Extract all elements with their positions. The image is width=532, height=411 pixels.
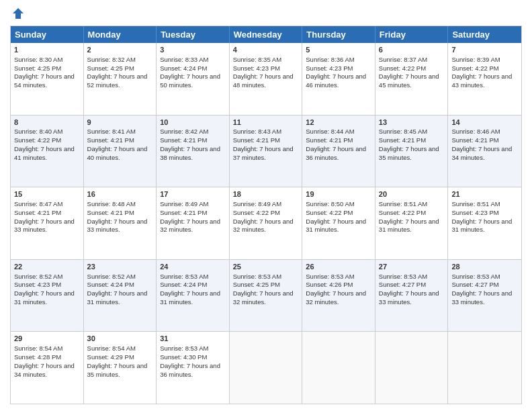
sunset-text: Sunset: 4:21 PM	[379, 136, 426, 144]
sunrise-text: Sunrise: 8:47 AM	[14, 200, 62, 208]
day-cell-14: 14 Sunrise: 8:46 AM Sunset: 4:21 PM Dayl…	[448, 116, 521, 187]
day-cell-2: 2 Sunrise: 8:32 AM Sunset: 4:25 PM Dayli…	[84, 43, 157, 115]
sunset-text: Sunset: 4:29 PM	[87, 353, 134, 361]
sunset-text: Sunset: 4:25 PM	[14, 64, 61, 72]
sunrise-text: Sunrise: 8:30 AM	[14, 56, 62, 63]
day-number: 27	[379, 262, 445, 272]
empty-cell	[448, 332, 521, 404]
sunrise-text: Sunrise: 8:52 AM	[87, 273, 136, 280]
header-cell-saturday: Saturday	[448, 26, 521, 43]
sunrise-text: Sunrise: 8:42 AM	[160, 128, 208, 135]
day-number: 12	[306, 118, 371, 128]
day-number: 22	[14, 262, 80, 272]
daylight-text: Daylight: 7 hours and 34 minutes.	[14, 362, 75, 378]
sunrise-text: Sunrise: 8:33 AM	[160, 56, 208, 63]
empty-cell	[302, 332, 375, 404]
sunrise-text: Sunrise: 8:51 AM	[379, 200, 427, 208]
empty-cell	[375, 332, 449, 404]
day-cell-26: 26 Sunrise: 8:53 AM Sunset: 4:26 PM Dayl…	[302, 260, 375, 332]
day-number: 2	[87, 45, 153, 55]
day-number: 21	[451, 189, 518, 199]
sunset-text: Sunset: 4:23 PM	[451, 209, 498, 216]
sunset-text: Sunset: 4:21 PM	[14, 209, 61, 216]
daylight-text: Daylight: 7 hours and 31 minutes.	[306, 218, 366, 234]
sunset-text: Sunset: 4:21 PM	[87, 209, 134, 216]
day-number: 10	[160, 118, 226, 128]
day-number: 16	[87, 189, 153, 199]
calendar: SundayMondayTuesdayWednesdayThursdayFrid…	[10, 26, 522, 404]
day-number: 13	[379, 118, 445, 128]
day-number: 17	[160, 189, 226, 199]
daylight-text: Daylight: 7 hours and 52 minutes.	[87, 73, 148, 89]
daylight-text: Daylight: 7 hours and 40 minutes.	[87, 145, 148, 161]
day-cell-13: 13 Sunrise: 8:45 AM Sunset: 4:21 PM Dayl…	[375, 116, 449, 187]
day-number: 9	[87, 118, 153, 128]
daylight-text: Daylight: 7 hours and 45 minutes.	[379, 73, 439, 89]
day-cell-19: 19 Sunrise: 8:50 AM Sunset: 4:22 PM Dayl…	[302, 187, 375, 259]
calendar-row-3: 22 Sunrise: 8:52 AM Sunset: 4:23 PM Dayl…	[11, 259, 521, 332]
page: SundayMondayTuesdayWednesdayThursdayFrid…	[0, 0, 532, 411]
header-cell-monday: Monday	[84, 26, 157, 43]
day-number: 20	[379, 189, 445, 199]
daylight-text: Daylight: 7 hours and 35 minutes.	[87, 362, 148, 378]
day-number: 11	[233, 118, 299, 128]
sunrise-text: Sunrise: 8:44 AM	[306, 128, 354, 135]
day-number: 1	[14, 45, 80, 55]
header	[10, 7, 522, 20]
daylight-text: Daylight: 7 hours and 37 minutes.	[233, 145, 294, 161]
day-cell-4: 4 Sunrise: 8:35 AM Sunset: 4:23 PM Dayli…	[230, 43, 303, 115]
daylight-text: Daylight: 7 hours and 32 minutes.	[233, 218, 294, 234]
svg-marker-0	[13, 8, 24, 19]
sunset-text: Sunset: 4:28 PM	[14, 353, 61, 361]
day-number: 7	[451, 45, 518, 55]
day-number: 19	[306, 189, 371, 199]
sunrise-text: Sunrise: 8:43 AM	[233, 128, 281, 135]
daylight-text: Daylight: 7 hours and 41 minutes.	[14, 145, 75, 161]
sunset-text: Sunset: 4:21 PM	[306, 136, 353, 144]
day-number: 14	[451, 118, 518, 128]
calendar-header: SundayMondayTuesdayWednesdayThursdayFrid…	[11, 26, 521, 43]
day-cell-28: 28 Sunrise: 8:53 AM Sunset: 4:27 PM Dayl…	[448, 260, 521, 332]
day-number: 24	[160, 262, 226, 272]
sunrise-text: Sunrise: 8:53 AM	[379, 273, 427, 280]
daylight-text: Daylight: 7 hours and 34 minutes.	[451, 145, 512, 161]
sunset-text: Sunset: 4:25 PM	[87, 64, 134, 72]
calendar-row-1: 8 Sunrise: 8:40 AM Sunset: 4:22 PM Dayli…	[11, 115, 521, 187]
header-cell-thursday: Thursday	[302, 26, 375, 43]
day-cell-7: 7 Sunrise: 8:39 AM Sunset: 4:22 PM Dayli…	[448, 43, 521, 115]
header-cell-friday: Friday	[375, 26, 449, 43]
day-number: 26	[306, 262, 371, 272]
sunset-text: Sunset: 4:22 PM	[14, 136, 61, 144]
day-number: 29	[14, 334, 80, 344]
day-cell-17: 17 Sunrise: 8:49 AM Sunset: 4:21 PM Dayl…	[157, 187, 230, 259]
day-number: 5	[306, 45, 371, 55]
sunrise-text: Sunrise: 8:53 AM	[160, 273, 208, 280]
sunrise-text: Sunrise: 8:45 AM	[379, 128, 427, 135]
header-cell-tuesday: Tuesday	[157, 26, 230, 43]
sunset-text: Sunset: 4:21 PM	[233, 136, 280, 144]
daylight-text: Daylight: 7 hours and 32 minutes.	[233, 289, 294, 306]
day-cell-22: 22 Sunrise: 8:52 AM Sunset: 4:23 PM Dayl…	[11, 260, 84, 332]
daylight-text: Daylight: 7 hours and 33 minutes.	[451, 289, 512, 306]
sunset-text: Sunset: 4:21 PM	[160, 136, 207, 144]
day-number: 25	[233, 262, 299, 272]
day-cell-10: 10 Sunrise: 8:42 AM Sunset: 4:21 PM Dayl…	[157, 116, 230, 187]
day-cell-18: 18 Sunrise: 8:49 AM Sunset: 4:22 PM Dayl…	[230, 187, 303, 259]
sunrise-text: Sunrise: 8:49 AM	[160, 200, 208, 208]
sunset-text: Sunset: 4:24 PM	[160, 64, 207, 72]
day-number: 18	[233, 189, 299, 199]
daylight-text: Daylight: 7 hours and 33 minutes.	[379, 289, 439, 306]
day-cell-24: 24 Sunrise: 8:53 AM Sunset: 4:24 PM Dayl…	[157, 260, 230, 332]
sunrise-text: Sunrise: 8:50 AM	[306, 200, 354, 208]
daylight-text: Daylight: 7 hours and 32 minutes.	[306, 289, 366, 306]
day-cell-3: 3 Sunrise: 8:33 AM Sunset: 4:24 PM Dayli…	[157, 43, 230, 115]
daylight-text: Daylight: 7 hours and 36 minutes.	[306, 145, 366, 161]
day-cell-1: 1 Sunrise: 8:30 AM Sunset: 4:25 PM Dayli…	[11, 43, 84, 115]
day-cell-25: 25 Sunrise: 8:53 AM Sunset: 4:25 PM Dayl…	[230, 260, 303, 332]
sunset-text: Sunset: 4:23 PM	[14, 281, 61, 288]
sunrise-text: Sunrise: 8:54 AM	[87, 345, 136, 352]
day-cell-16: 16 Sunrise: 8:48 AM Sunset: 4:21 PM Dayl…	[84, 187, 157, 259]
calendar-row-2: 15 Sunrise: 8:47 AM Sunset: 4:21 PM Dayl…	[11, 187, 521, 259]
day-number: 6	[379, 45, 445, 55]
daylight-text: Daylight: 7 hours and 46 minutes.	[306, 73, 366, 89]
